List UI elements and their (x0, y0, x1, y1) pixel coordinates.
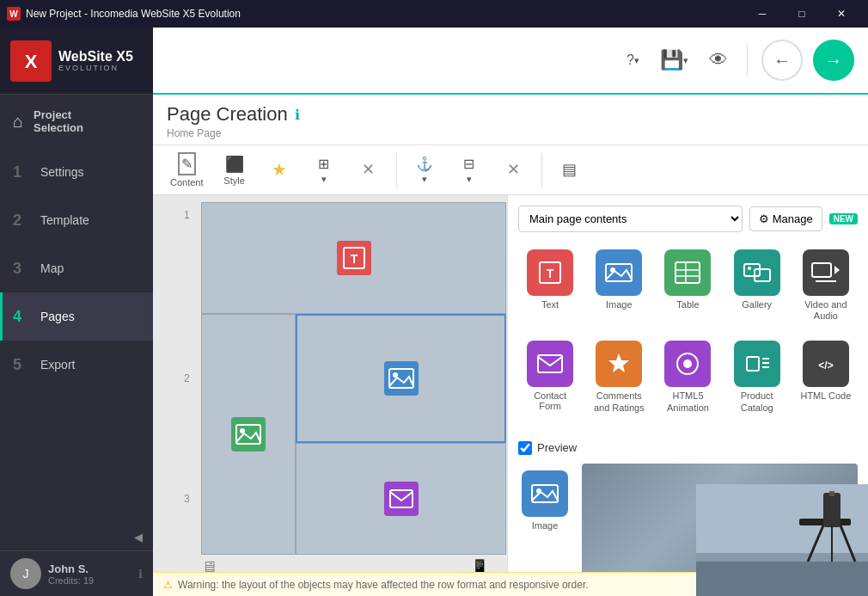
grid2-tool-button[interactable]: ⊟ ▾ (449, 152, 490, 188)
forward-button[interactable]: → (813, 40, 854, 81)
logo-icon: X (10, 40, 52, 82)
contact-cell-icon (384, 482, 419, 516)
right-panel: Main page contents ⚙ Manage NEW (507, 195, 868, 572)
page-title: Page Creation (167, 103, 288, 126)
anchor-tool-button[interactable]: ⚓ ▾ (404, 152, 445, 188)
obj-image[interactable]: Image (587, 243, 651, 329)
content-label: Content (170, 177, 204, 187)
grid-tool-button[interactable]: ⊞ ▾ (303, 152, 345, 188)
row-right-column (296, 314, 506, 555)
help-icon: ? (627, 52, 634, 68)
toolbar-separator (396, 153, 397, 187)
window-title: New Project - Incomedia WebSite X5 Evolu… (26, 8, 743, 20)
sidebar-collapse-button[interactable]: ◀ (0, 524, 153, 550)
star-icon: ★ (272, 159, 287, 180)
manage-button[interactable]: ⚙ Manage (749, 206, 822, 231)
info-icon[interactable]: ℹ (295, 107, 300, 123)
svg-rect-54 (823, 493, 840, 527)
canvas-inner: 1 T (184, 202, 506, 572)
grid-icon: ⊞ (318, 156, 329, 172)
grid2-icon: ⊟ (463, 156, 474, 172)
preview-checkbox[interactable] (518, 441, 532, 455)
obj-gallery[interactable]: Gallery (725, 243, 789, 329)
toolbar: ✎ Content ⬛ Style ★ ⊞ ▾ ✕ ⚓ ▾ (153, 145, 868, 195)
obj-gallery-icon (734, 249, 780, 296)
content-icon: ✎ (178, 152, 196, 175)
sidebar-item-settings[interactable]: 1 Settings (0, 148, 153, 196)
row-2-right-cell[interactable] (296, 314, 506, 443)
titlebar: W New Project - Incomedia WebSite X5 Evo… (0, 0, 868, 28)
save-icon: 💾 (660, 49, 683, 71)
obj-table[interactable]: Table (656, 243, 719, 329)
row-left-tall-cell[interactable] (201, 314, 296, 555)
text-cell-icon: T (337, 241, 371, 275)
obj-comments-ratings[interactable]: Comments and Ratings (587, 334, 651, 420)
close-tool-button[interactable]: ✕ (348, 157, 389, 184)
sidebar-item-template[interactable]: 2 Template (0, 196, 153, 244)
logo-name: WebSite X5 (58, 49, 133, 65)
minimize-button[interactable]: ─ (743, 0, 782, 28)
new-badge: NEW (829, 213, 858, 224)
help-button[interactable]: ? ▾ (621, 47, 645, 73)
row-1-label: 1 (184, 202, 201, 221)
canvas-footer: 🖥 📱 (184, 555, 506, 572)
preview-label: Preview (537, 441, 577, 454)
forward-icon: → (825, 51, 842, 71)
obj-comments-label: Comments and Ratings (590, 390, 647, 413)
sidebar-user: J John S. Credits: 19 ℹ (0, 550, 153, 596)
close-button[interactable]: ✕ (822, 0, 861, 28)
svg-rect-30 (809, 255, 843, 290)
content-tool-button[interactable]: ✎ Content (163, 149, 211, 191)
sidebar-item-project-selection[interactable]: ⌂ Project Selection (0, 95, 153, 148)
table-icon: ▤ (562, 160, 577, 179)
footer-icon-right[interactable]: 📱 (470, 558, 489, 572)
project-selection-label: Project Selection (34, 108, 83, 134)
obj-product-catalog[interactable]: Product Catalog (725, 334, 789, 420)
preview-button[interactable]: 👁 (704, 44, 733, 77)
app-body: X WebSite X5 EVOLUTION ⌂ Project Selecti… (0, 28, 868, 596)
breadcrumb: Home Page (167, 127, 854, 139)
preview-obj-label: Image (532, 520, 559, 531)
content-dropdown[interactable]: Main page contents (518, 206, 743, 232)
row-3-right-cell[interactable] (296, 443, 506, 555)
obj-text[interactable]: T Text (518, 243, 582, 329)
sidebar-item-map[interactable]: 3 Map (0, 244, 153, 292)
obj-html-code[interactable]: </> HTML Code (794, 334, 858, 420)
back-button[interactable]: ← (761, 40, 803, 81)
footer-icon-left[interactable]: 🖥 (201, 558, 217, 572)
obj-html5-animation[interactable]: HTML5 Animation (656, 334, 719, 420)
obj-catalog-label: Product Catalog (729, 390, 785, 413)
obj-table-icon (664, 249, 711, 296)
close2-tool-button[interactable]: ✕ (493, 157, 535, 184)
user-info-icon[interactable]: ℹ (138, 568, 143, 581)
eye-icon: 👁 (709, 49, 728, 71)
obj-contact-form[interactable]: Contact Form (518, 334, 582, 420)
export-label: Export (40, 358, 75, 372)
sidebar-item-export[interactable]: 5 Export (0, 341, 153, 389)
style-tool-button[interactable]: ⬛ Style (214, 151, 255, 189)
save-button[interactable]: 💾 ▾ (655, 44, 694, 77)
svg-point-29 (748, 267, 751, 270)
preview-object-item[interactable]: Image (518, 464, 572, 538)
table-tool-button[interactable]: ▤ (549, 157, 590, 184)
user-credits: Credits: 19 (48, 575, 94, 586)
obj-contact-icon (527, 341, 573, 387)
style-icon: ⬛ (225, 155, 244, 174)
obj-video-label: Video and Audio (798, 299, 854, 322)
sidebar-logo: X WebSite X5 EVOLUTION (0, 28, 153, 95)
anchor-icon: ⚓ (416, 156, 433, 172)
page-header: Page Creation ℹ Home Page (153, 95, 868, 145)
obj-image-label: Image (606, 299, 633, 310)
row-1-cell[interactable]: T (201, 202, 506, 314)
obj-video-audio[interactable]: Video and Audio (794, 243, 858, 329)
maximize-button[interactable]: □ (782, 0, 822, 28)
page-canvas[interactable]: 1 T (153, 195, 507, 572)
manage-label: Manage (773, 212, 813, 225)
svg-point-40 (683, 359, 692, 368)
star-tool-button[interactable]: ★ (259, 156, 300, 185)
obj-video-icon (803, 249, 849, 296)
toolbar-separator-2 (541, 153, 542, 187)
settings-label: Settings (40, 165, 84, 179)
topbar: ? ▾ 💾 ▾ 👁 ← → (153, 28, 868, 95)
sidebar-item-pages[interactable]: 4 Pages (0, 292, 153, 341)
